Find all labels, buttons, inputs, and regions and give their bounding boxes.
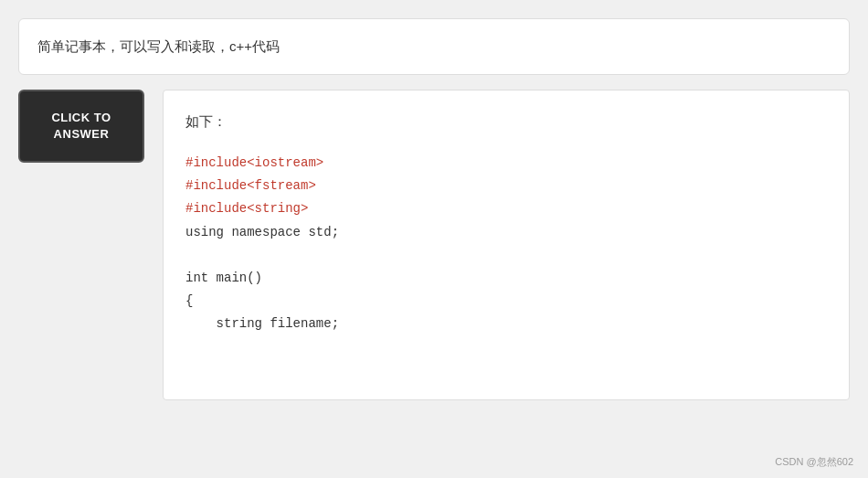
code-line-1: #include<iostream>: [185, 152, 827, 175]
code-line-6: {: [185, 290, 827, 313]
code-blank-1: [185, 244, 827, 267]
question-text: 简单记事本，可以写入和读取，c++代码: [37, 38, 280, 54]
page-wrapper: 简单记事本，可以写入和读取，c++代码 CLICK TOANSWER 如下： #…: [0, 0, 868, 478]
code-line-7: string filename;: [185, 313, 827, 335]
click-to-answer-button[interactable]: CLICK TOANSWER: [18, 90, 144, 163]
question-box: 简单记事本，可以写入和读取，c++代码: [18, 18, 850, 75]
answer-box: 如下： #include<iostream> #include<fstream>…: [163, 90, 850, 400]
code-line-4: using namespace std;: [185, 221, 827, 244]
code-line-2: #include<fstream>: [185, 175, 827, 197]
page-container: 简单记事本，可以写入和读取，c++代码 CLICK TOANSWER 如下： #…: [0, 0, 868, 478]
watermark: CSDN @忽然602: [775, 455, 853, 469]
code-line-3: #include<string>: [185, 197, 827, 220]
code-line-5: int main(): [185, 267, 827, 290]
answer-intro: 如下：: [185, 109, 827, 133]
content-row: CLICK TOANSWER 如下： #include<iostream> #i…: [18, 90, 850, 460]
